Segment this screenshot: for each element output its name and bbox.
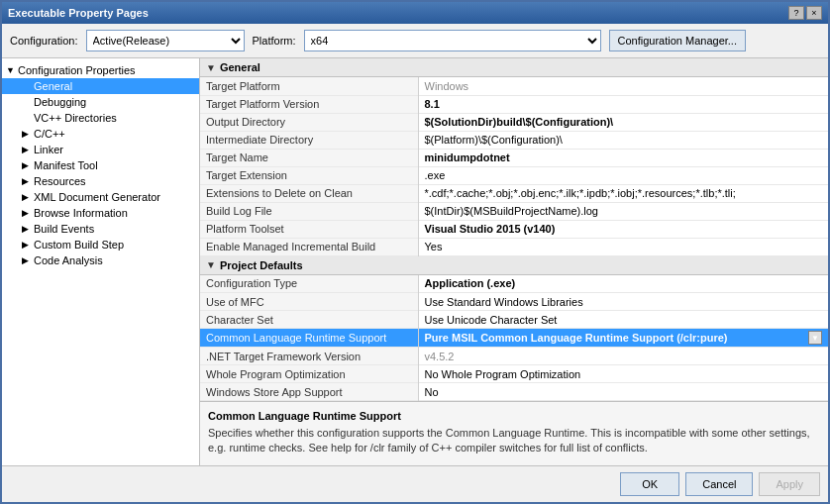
prop-name: Extensions to Delete on Clean [200, 184, 418, 202]
tree-item-linker[interactable]: ▶Linker [2, 142, 199, 157]
tree-item-code-analysis[interactable]: ▶Code Analysis [2, 252, 199, 268]
properties-panel: ▼ General Target PlatformWindowsTarget P… [200, 58, 828, 465]
platform-label: Platform: [253, 35, 296, 47]
prop-value-text: v4.5.2 [425, 351, 455, 362]
tree-item-config-props[interactable]: ▼Configuration Properties [2, 62, 199, 78]
main-window: Executable Property Pages ? × Configurat… [0, 0, 830, 504]
table-row: Common Language Runtime SupportPure MSIL… [200, 329, 828, 348]
tree-item-label: Manifest Tool [34, 159, 98, 171]
table-row: Enable Managed Incremental BuildYes [200, 238, 828, 255]
tree-item-vc-dirs[interactable]: VC++ Directories [2, 110, 199, 126]
value-with-dropdown: Pure MSIL Common Language Runtime Suppor… [425, 331, 823, 345]
tree-item-label: XML Document Generator [34, 191, 160, 203]
section-general-header[interactable]: ▼ General [200, 58, 828, 77]
dropdown-button[interactable]: ▼ [808, 331, 822, 345]
tree-arrow: ▶ [22, 145, 34, 154]
prop-value: $(Platform)\$(Configuration)\ [418, 131, 828, 149]
platform-select[interactable]: x64 [304, 30, 601, 51]
general-prop-table: Target PlatformWindowsTarget Platform Ve… [200, 77, 828, 256]
tree-panel: ▼Configuration PropertiesGeneralDebuggin… [2, 58, 200, 465]
table-row: .NET Target Framework Versionv4.5.2 [200, 348, 828, 365]
prop-name: Windows Store App Support [200, 383, 418, 401]
table-row: Use of MFCUse Standard Windows Libraries [200, 293, 828, 311]
config-manager-button[interactable]: Configuration Manager... [609, 30, 746, 51]
tree-item-label: Resources [34, 175, 86, 187]
tree-arrow: ▶ [22, 224, 34, 234]
section-general-collapse-icon: ▼ [206, 62, 216, 73]
table-row: Configuration TypeApplication (.exe) [200, 275, 828, 293]
tree-item-resources[interactable]: ▶Resources [2, 173, 199, 189]
table-row: Extensions to Delete on Clean*.cdf;*.cac… [200, 184, 828, 202]
tree-item-label: Custom Build Step [34, 239, 124, 251]
prop-name: Target Platform Version [200, 95, 418, 113]
table-row: Target Extension.exe [200, 166, 828, 184]
tree-item-manifest-tool[interactable]: ▶Manifest Tool [2, 157, 199, 173]
tree-item-label: Debugging [34, 96, 86, 108]
prop-name: Target Name [200, 149, 418, 166]
tree-item-label: General [34, 80, 72, 92]
section-general-label: General [220, 61, 260, 73]
tree-item-label: Browse Information [34, 207, 128, 219]
title-bar: Executable Property Pages ? × [2, 2, 828, 24]
tree-item-build-events[interactable]: ▶Build Events [2, 221, 199, 237]
tree-arrow: ▶ [22, 176, 34, 186]
prop-value: Use Standard Windows Libraries [418, 293, 828, 311]
prop-value: minidumpdotnet [418, 149, 828, 166]
prop-value: *.cdf;*.cache;*.obj;*.obj.enc;*.ilk;*.ip… [418, 184, 828, 202]
prop-value-text: Application (.exe) [425, 277, 516, 289]
prop-value: Visual Studio 2015 (v140) [418, 220, 828, 238]
tree-arrow: ▶ [22, 192, 34, 202]
prop-name: Whole Program Optimization [200, 365, 418, 383]
tree-item-c-cpp[interactable]: ▶C/C++ [2, 126, 199, 142]
tree-arrow: ▶ [22, 208, 34, 218]
table-row: Build Log File$(IntDir)$(MSBuildProjectN… [200, 202, 828, 220]
prop-value: $(SolutionDir)build\$(Configuration)\ [418, 113, 828, 131]
description-panel: Common Language Runtime Support Specifie… [200, 401, 828, 465]
prop-value-text: No Whole Program Optimization [425, 368, 581, 380]
prop-name: Character Set [200, 311, 418, 329]
tree-item-custom-build[interactable]: ▶Custom Build Step [2, 237, 199, 252]
tree-item-general[interactable]: General [2, 78, 199, 94]
project-defaults-prop-table: Configuration TypeApplication (.exe)Use … [200, 275, 828, 402]
tree-arrow: ▶ [22, 240, 34, 250]
prop-value: Application (.exe) [418, 275, 828, 293]
prop-name: Use of MFC [200, 293, 418, 311]
table-row: Windows Store App SupportNo [200, 383, 828, 401]
description-title: Common Language Runtime Support [208, 410, 820, 422]
tree-item-debugging[interactable]: Debugging [2, 94, 199, 110]
configuration-select[interactable]: Active(Release) [86, 30, 245, 51]
close-button[interactable]: × [806, 6, 822, 20]
prop-value: Use Unicode Character Set [418, 311, 828, 329]
toolbar: Configuration: Active(Release) Platform:… [2, 24, 828, 58]
tree-item-label: Linker [34, 144, 63, 155]
prop-name: .NET Target Framework Version [200, 348, 418, 365]
prop-name: Configuration Type [200, 275, 418, 293]
window-title: Executable Property Pages [8, 7, 149, 19]
prop-value: .exe [418, 166, 828, 184]
tree-item-label: VC++ Directories [34, 112, 117, 124]
prop-value-text: Pure MSIL Common Language Runtime Suppor… [425, 332, 728, 344]
prop-value-text: Use Standard Windows Libraries [425, 296, 583, 308]
prop-value: No Whole Program Optimization [418, 365, 828, 383]
table-row: Character SetUse Unicode Character Set [200, 311, 828, 329]
prop-value-text: No [425, 386, 439, 398]
tree-item-label: Configuration Properties [18, 64, 136, 76]
tree-arrow: ▶ [22, 129, 34, 139]
ok-button[interactable]: OK [620, 472, 679, 496]
section-defaults-collapse-icon: ▼ [206, 259, 216, 270]
cancel-button[interactable]: Cancel [685, 472, 753, 496]
table-row: Platform ToolsetVisual Studio 2015 (v140… [200, 220, 828, 238]
apply-button[interactable]: Apply [759, 472, 820, 496]
tree-item-browse-info[interactable]: ▶Browse Information [2, 205, 199, 221]
tree-item-xml-doc[interactable]: ▶XML Document Generator [2, 189, 199, 205]
prop-name: Build Log File [200, 202, 418, 220]
section-project-defaults-header[interactable]: ▼ Project Defaults [200, 256, 828, 275]
tree-arrow: ▶ [22, 160, 34, 170]
title-controls: ? × [788, 6, 822, 20]
table-row: Intermediate Directory$(Platform)\$(Conf… [200, 131, 828, 149]
prop-value: Windows [418, 77, 828, 95]
section-project-defaults-label: Project Defaults [220, 259, 303, 271]
prop-value: Yes [418, 238, 828, 255]
help-button[interactable]: ? [788, 6, 804, 20]
prop-name: Enable Managed Incremental Build [200, 238, 418, 255]
